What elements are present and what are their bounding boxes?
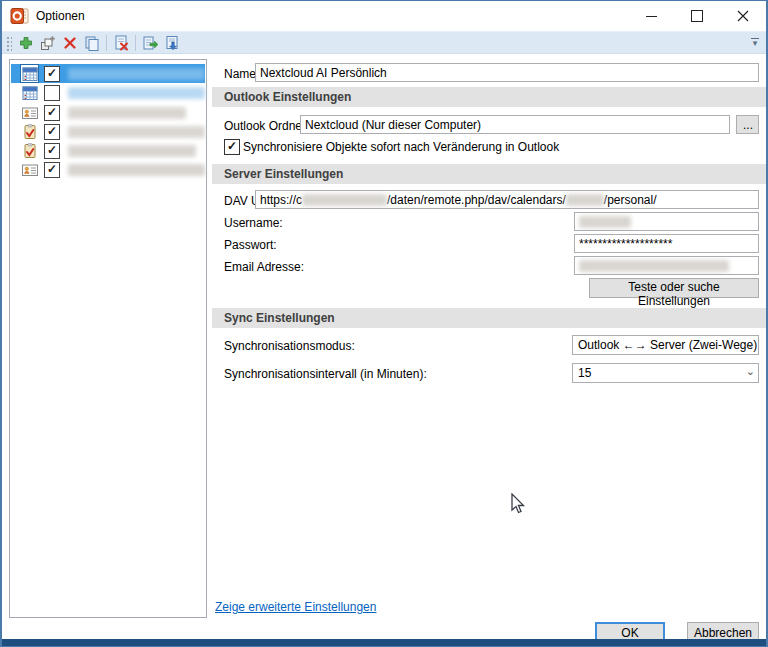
redacted-username [579, 216, 631, 228]
profile-type-icon [21, 104, 38, 121]
profile-type-icon [21, 161, 38, 178]
test-settings-button[interactable]: Teste oder suche Einstellungen [589, 278, 759, 298]
username-input[interactable] [574, 212, 759, 231]
maximize-icon [691, 10, 703, 22]
redacted-profile-name [68, 126, 205, 138]
profile-row[interactable] [11, 83, 205, 102]
outlook-folder-input[interactable] [300, 115, 730, 134]
redacted-profile-name [68, 87, 205, 99]
redacted-email [579, 260, 729, 272]
profile-type-icon [21, 123, 38, 140]
add-icon [18, 35, 34, 51]
profile-checkbox[interactable]: ✓ [44, 143, 60, 159]
username-label: Username: [224, 216, 283, 230]
toolbar-overflow-button[interactable]: ▾ [748, 36, 762, 51]
sync-mode-label: Synchronisationsmodus: [224, 339, 355, 353]
clear-cache-button[interactable] [110, 33, 132, 53]
redacted-dav-user [566, 194, 604, 206]
name-input[interactable] [255, 63, 759, 82]
profile-row[interactable]: ✓ [11, 64, 205, 83]
email-label: Email Adresse: [224, 260, 304, 274]
profile-checkbox[interactable]: ✓ [44, 162, 60, 178]
sync-immediately-label: Synchronisiere Objekte sofort nach Verän… [243, 140, 559, 154]
profile-checkbox[interactable]: ✓ [44, 66, 60, 82]
profile-type-icon [21, 142, 38, 159]
add-multiple-profiles-button[interactable] [37, 33, 59, 53]
title-bar: Optionen [2, 1, 766, 31]
redacted-profile-name [68, 107, 186, 119]
sync-interval-value: 15 [578, 366, 591, 380]
profile-type-icon [21, 65, 38, 82]
options-dialog: Optionen ▾ ✓ [0, 0, 768, 647]
email-input[interactable] [574, 256, 759, 275]
delete-icon [62, 35, 78, 51]
delete-profile-button[interactable] [59, 33, 81, 53]
sync-interval-label: Synchronisationsintervall (in Minuten): [224, 367, 427, 381]
redacted-profile-name [68, 164, 205, 176]
window-bottom-border [2, 639, 766, 646]
password-input[interactable] [574, 234, 759, 253]
outlook-folder-label: Outlook Ordner: [224, 119, 309, 133]
profile-checkbox[interactable]: ✓ [44, 105, 60, 121]
toolbar-grip[interactable] [5, 35, 12, 51]
close-button[interactable] [720, 1, 766, 31]
sync-mode-select[interactable]: Outlook ←→ Server (Zwei-Wege) ⌄ [572, 335, 759, 355]
import-profiles-button[interactable] [161, 33, 183, 53]
minimize-button[interactable] [628, 1, 674, 31]
profile-type-icon [21, 84, 38, 101]
import-icon [164, 35, 180, 51]
minimize-icon [646, 16, 657, 17]
dav-url-part2: /daten/remote.php/dav/calendars/ [387, 193, 566, 207]
profile-row[interactable]: ✓ [11, 103, 205, 122]
profile-checkbox[interactable]: ✓ [44, 124, 60, 140]
outlook-app-icon [10, 6, 30, 26]
advanced-settings-link[interactable]: Zeige erweiterte Einstellungen [215, 600, 376, 614]
browse-folder-button[interactable]: ... [736, 115, 759, 134]
dav-url-part3: /personal/ [604, 193, 657, 207]
toolbar: ▾ [2, 31, 766, 54]
sync-interval-select[interactable]: 15 ⌄ [572, 363, 759, 383]
copy-icon [84, 35, 100, 51]
mouse-cursor [508, 493, 528, 515]
profile-row[interactable]: ✓ [11, 141, 205, 160]
export-icon [142, 35, 158, 51]
password-label: Passwort: [224, 238, 277, 252]
profile-row[interactable]: ✓ [11, 160, 205, 179]
close-icon [737, 10, 749, 22]
section-outlook-settings: Outlook Einstellungen [212, 87, 768, 107]
chevron-down-icon: ⌄ [746, 337, 755, 350]
toolbar-separator [106, 35, 107, 51]
copy-profile-button[interactable] [81, 33, 103, 53]
window-title: Optionen [36, 9, 85, 23]
profile-listbox[interactable]: ✓ ✓ ✓ ✓ ✓ [9, 59, 207, 618]
profile-checkbox[interactable] [44, 85, 60, 101]
redacted-profile-name [68, 68, 205, 80]
toolbar-separator [135, 35, 136, 51]
add-multiple-icon [40, 35, 56, 51]
maximize-button[interactable] [674, 1, 720, 31]
profile-row[interactable]: ✓ [11, 122, 205, 141]
section-server-settings: Server Einstellungen [212, 164, 768, 184]
clear-cache-icon [113, 35, 129, 51]
section-sync-settings: Sync Einstellungen [212, 308, 768, 328]
export-profiles-button[interactable] [139, 33, 161, 53]
redacted-dav-host [302, 194, 387, 206]
redacted-profile-name [68, 145, 196, 157]
dav-url-input[interactable]: https://c /daten/remote.php/dav/calendar… [255, 190, 759, 209]
chevron-down-icon: ▾ [753, 38, 758, 48]
dav-url-part1: https://c [260, 193, 302, 207]
sync-mode-value: Outlook ←→ Server (Zwei-Wege) [578, 338, 757, 352]
chevron-down-icon: ⌄ [746, 365, 755, 378]
add-profile-button[interactable] [15, 33, 37, 53]
sync-immediately-checkbox[interactable]: ✓ [224, 139, 240, 155]
